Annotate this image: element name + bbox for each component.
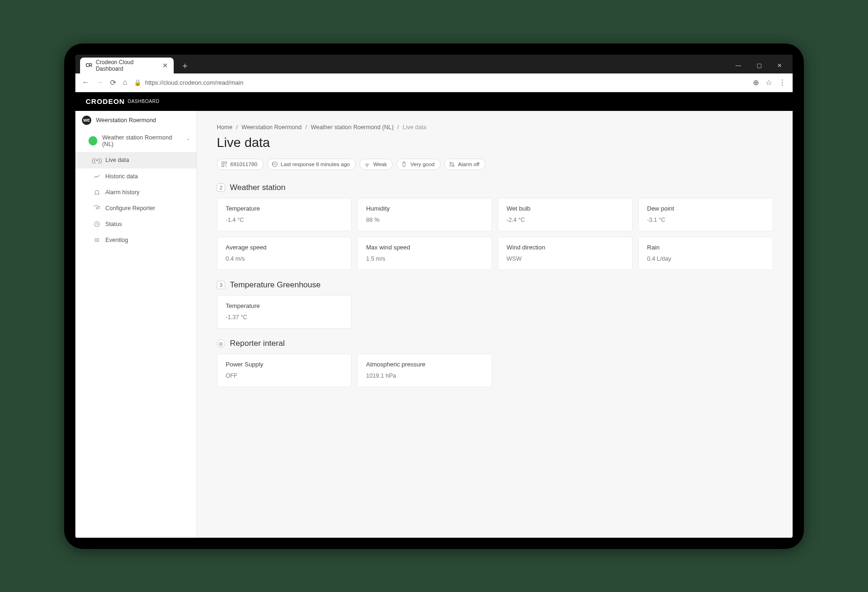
breadcrumb-item[interactable]: Weerstation Roermond: [242, 124, 302, 131]
nav-forward-icon[interactable]: →: [96, 78, 103, 87]
card-average-speed[interactable]: Average speed0.4 m/s: [217, 237, 352, 270]
close-tab-icon[interactable]: ✕: [162, 62, 168, 69]
nav-home-icon[interactable]: ⌂: [123, 78, 127, 87]
card-atmospheric-pressure[interactable]: Atmospheric pressure1019.1 hPa: [357, 354, 492, 387]
card-temperature[interactable]: Temperature-1.4 °C: [217, 198, 352, 231]
sidebar-item-eventlog[interactable]: Eventlog: [75, 232, 197, 248]
sidebar-item-label: Configure Reporter: [105, 205, 155, 212]
sidebar: WE Weerstation Roermond Weather station …: [75, 111, 197, 538]
card-label: Dew point: [647, 205, 764, 212]
svg-rect-5: [222, 162, 224, 164]
tab-favicon: CR: [86, 63, 92, 68]
tab-title: Crodeon Cloud Dashboard: [96, 59, 159, 72]
card-value: 0.4 m/s: [226, 256, 343, 262]
bookmark-icon[interactable]: ☆: [765, 78, 772, 87]
window-close-button[interactable]: ✕: [770, 58, 789, 73]
browser-address-bar: ← → ⟳ ⌂ 🔒 https://cloud.crodeon.com/read…: [75, 73, 793, 92]
chip-battery[interactable]: Very good: [397, 159, 441, 170]
chart-icon: [93, 173, 101, 180]
section-weather-station: 2 Weather station Temperature-1.4 °C Hum…: [217, 183, 773, 270]
app-header: CRODEON DASHBOARD: [75, 92, 793, 111]
card-dew-point[interactable]: Dew point-3.1 °C: [638, 198, 773, 231]
sidebar-station[interactable]: Weather station Roermond (NL) ⌃: [75, 130, 197, 152]
window-minimize-button[interactable]: ―: [729, 58, 748, 73]
svg-rect-9: [226, 166, 227, 167]
card-power-supply[interactable]: Power SupplyOFF: [217, 354, 352, 387]
svg-point-0: [96, 207, 98, 209]
chip-label: Very good: [410, 161, 434, 167]
card-value: 88 %: [366, 217, 483, 223]
card-label: Temperature: [226, 205, 343, 212]
card-rain[interactable]: Rain0.4 L/day: [638, 237, 773, 270]
card-value: WSW: [507, 256, 624, 262]
sidebar-item-historic-data[interactable]: Historic data: [75, 168, 197, 184]
svg-rect-12: [404, 162, 405, 163]
card-label: Average speed: [226, 244, 343, 251]
chip-label: Alarm off: [458, 161, 479, 167]
sidebar-root-label: Weerstation Roermond: [96, 117, 156, 124]
chip-alarm[interactable]: Alarm off: [444, 159, 485, 170]
breadcrumb-current: Live data: [403, 124, 427, 131]
new-tab-button[interactable]: ＋: [178, 59, 191, 72]
nav-back-icon[interactable]: ←: [82, 78, 89, 87]
sidebar-item-status[interactable]: Status: [75, 216, 197, 232]
card-value: -2.4 °C: [507, 217, 624, 223]
nav-reload-icon[interactable]: ⟳: [110, 78, 116, 87]
card-value: 1019.1 hPa: [366, 373, 483, 379]
card-label: Wet bulb: [507, 205, 624, 212]
card-max-wind-speed[interactable]: Max wind speed1.5 m/s: [357, 237, 492, 270]
breadcrumb-item[interactable]: Home: [217, 124, 232, 131]
card-value: -1.37 °C: [226, 314, 343, 321]
bell-off-icon: [449, 161, 455, 168]
card-label: Atmospheric pressure: [366, 361, 483, 368]
sidebar-root[interactable]: WE Weerstation Roermond: [75, 111, 197, 130]
history-icon: [272, 161, 278, 168]
section-badge: 3: [217, 281, 225, 289]
card-value: 1.5 m/s: [366, 256, 483, 262]
browser-menu-icon[interactable]: ⋮: [779, 78, 786, 87]
sidebar-item-alarm-history[interactable]: Alarm history: [75, 184, 197, 200]
wifi-icon: [364, 161, 370, 168]
browser-tab-bar: CR Crodeon Cloud Dashboard ✕ ＋ ― ▢ ✕: [75, 55, 793, 73]
card-label: Rain: [647, 244, 764, 251]
section-title: Temperature Greenhouse: [230, 280, 321, 290]
url-text[interactable]: https://cloud.crodeon.com/read/main: [145, 79, 243, 86]
card-label: Wind direction: [507, 244, 624, 251]
gear-icon: [93, 205, 101, 212]
chip-label: Last response 8 minutes ago: [281, 161, 350, 167]
card-wet-bulb[interactable]: Wet bulb-2.4 °C: [498, 198, 633, 231]
page-title: Live data: [217, 135, 773, 150]
chip-signal[interactable]: Weak: [360, 159, 393, 170]
card-value: -1.4 °C: [226, 217, 343, 223]
lock-icon: 🔒: [134, 79, 141, 86]
main-content: Home/ Weerstation Roermond/ Weather stat…: [197, 111, 793, 538]
chip-serial[interactable]: 691011780: [217, 159, 264, 170]
chip-last-response[interactable]: Last response 8 minutes ago: [267, 159, 356, 170]
breadcrumb: Home/ Weerstation Roermond/ Weather stat…: [217, 124, 773, 131]
sidebar-station-label: Weather station Roermond (NL): [102, 134, 182, 147]
svg-point-10: [367, 166, 368, 167]
brand-subtitle: DASHBOARD: [128, 99, 160, 104]
sidebar-item-live-data[interactable]: ((•)) Live data: [75, 152, 197, 168]
card-value: 0.4 L/day: [647, 256, 764, 262]
breadcrumb-item[interactable]: Weather station Roermond (NL): [311, 124, 394, 131]
section-reporter-internal: ◎ Reporter interal Power SupplyOFF Atmos…: [217, 339, 773, 387]
card-value: -3.1 °C: [647, 217, 764, 223]
card-wind-direction[interactable]: Wind directionWSW: [498, 237, 633, 270]
card-label: Humidity: [366, 205, 483, 212]
card-greenhouse-temperature[interactable]: Temperature-1.37 °C: [217, 295, 352, 329]
chip-label: Weak: [373, 161, 387, 167]
clock-icon: [93, 221, 101, 227]
chevron-up-icon: ⌃: [186, 138, 190, 143]
window-maximize-button[interactable]: ▢: [750, 58, 768, 73]
sidebar-item-label: Status: [105, 221, 122, 227]
card-label: Temperature: [226, 302, 343, 309]
zoom-icon[interactable]: ⊕: [753, 78, 759, 87]
section-title: Weather station: [230, 183, 286, 192]
card-label: Power Supply: [226, 361, 343, 368]
sidebar-item-configure-reporter[interactable]: Configure Reporter: [75, 200, 197, 216]
section-badge: 2: [217, 183, 225, 192]
browser-tab[interactable]: CR Crodeon Cloud Dashboard ✕: [80, 58, 174, 73]
sidebar-item-label: Historic data: [105, 173, 138, 180]
card-humidity[interactable]: Humidity88 %: [357, 198, 492, 231]
